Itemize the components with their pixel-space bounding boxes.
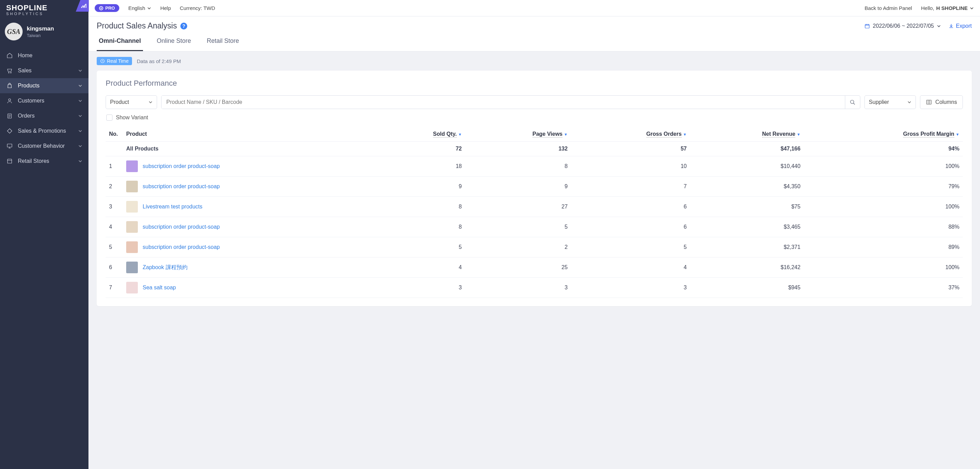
sidebar-item-customers[interactable]: Customers (0, 93, 89, 108)
chevron-down-icon (78, 159, 82, 163)
svg-rect-1 (83, 5, 84, 8)
sidebar-item-orders[interactable]: Orders (0, 108, 89, 123)
total-label: All Products (123, 141, 375, 156)
help-icon[interactable]: ? (180, 22, 187, 30)
language-label: English (128, 5, 145, 11)
row-sold-qty: 8 (375, 217, 465, 237)
row-net-revenue: $10,440 (690, 156, 804, 176)
sidebar-item-retail[interactable]: Retail Stores (0, 154, 89, 169)
row-product: subscription order product-soap (123, 156, 375, 176)
col-margin[interactable]: Gross Profit Margin▼ (804, 127, 963, 141)
row-page-views: 27 (465, 197, 571, 217)
total-gross-orders: 57 (571, 141, 690, 156)
product-link[interactable]: Sea salt soap (143, 285, 176, 291)
user-menu[interactable]: Hello, H SHOPLINE (921, 5, 974, 11)
product-link[interactable]: subscription order product-soap (143, 163, 220, 169)
product-thumbnail (126, 221, 138, 233)
sort-desc-icon: ▼ (956, 132, 959, 137)
tab-omni-channel[interactable]: Omni-Channel (97, 33, 143, 51)
sidebar-item-label: Orders (18, 113, 35, 119)
product-link[interactable]: Livestream test products (143, 203, 202, 210)
sort-desc-icon: ▼ (797, 132, 800, 137)
row-no: 6 (106, 258, 123, 278)
sort-desc-icon: ▼ (458, 132, 462, 137)
row-no: 3 (106, 197, 123, 217)
row-net-revenue: $945 (690, 278, 804, 298)
cart-icon (6, 67, 13, 74)
tenant-block[interactable]: GSA kingsman Taiwan (0, 19, 89, 47)
pro-badge[interactable]: PRO (95, 4, 119, 12)
supplier-select[interactable]: Supplier (864, 95, 916, 109)
row-page-views: 8 (465, 156, 571, 176)
show-variant-row: Show Variant (106, 114, 963, 121)
columns-label: Columns (935, 99, 957, 105)
help-link[interactable]: Help (160, 5, 171, 11)
filter-type-select[interactable]: Product (106, 95, 157, 109)
sidebar-item-sales[interactable]: Sales (0, 63, 89, 78)
chevron-down-icon (78, 114, 82, 118)
export-button[interactable]: Export (948, 23, 972, 29)
row-gross-orders: 6 (571, 197, 690, 217)
row-no: 5 (106, 237, 123, 258)
back-to-admin-link[interactable]: Back to Admin Panel (865, 5, 912, 11)
user-icon (6, 97, 13, 104)
svg-point-6 (9, 99, 11, 101)
svg-point-4 (9, 72, 9, 73)
sidebar: SHOPLINE SHOPLYTICS GSA kingsman Taiwan … (0, 0, 89, 469)
brand-name: SHOPLINE (6, 3, 82, 12)
chevron-down-icon (78, 129, 82, 133)
show-variant-checkbox[interactable] (106, 114, 113, 121)
realtime-badge: Real Time (97, 57, 132, 65)
search-group (161, 95, 860, 109)
page-title-text: Product Sales Analysis (97, 21, 177, 30)
row-product: Sea salt soap (123, 278, 375, 298)
columns-icon (926, 99, 932, 105)
search-icon (850, 99, 856, 105)
row-margin: 89% (804, 237, 963, 258)
page-header: Product Sales Analysis ? 2022/06/06 ~ 20… (89, 16, 980, 51)
chevron-down-icon (78, 99, 82, 103)
col-gross-orders[interactable]: Gross Orders▼ (571, 127, 690, 141)
tag-icon (6, 127, 13, 134)
row-net-revenue: $75 (690, 197, 804, 217)
currency-label[interactable]: Currency: TWD (180, 5, 215, 11)
row-product: subscription order product-soap (123, 217, 375, 237)
product-link[interactable]: subscription order product-soap (143, 224, 220, 230)
sidebar-item-promotions[interactable]: Sales & Promotions (0, 123, 89, 138)
row-margin: 100% (804, 156, 963, 176)
sidebar-item-home[interactable]: Home (0, 48, 89, 63)
table-row: 1subscription order product-soap18810$10… (106, 156, 963, 176)
row-sold-qty: 18 (375, 156, 465, 176)
row-sold-qty: 4 (375, 258, 465, 278)
clipboard-icon (6, 113, 13, 119)
columns-button[interactable]: Columns (920, 95, 963, 109)
sidebar-item-products[interactable]: Products (0, 78, 89, 93)
product-link[interactable]: subscription order product-soap (143, 244, 220, 250)
date-range-text: 2022/06/06 ~ 2022/07/05 (873, 23, 934, 29)
row-page-views: 3 (465, 278, 571, 298)
export-label: Export (956, 23, 972, 29)
product-link[interactable]: subscription order product-soap (143, 183, 220, 189)
svg-rect-2 (84, 5, 85, 8)
data-as-of: Data as of 2:49 PM (137, 58, 181, 64)
row-no: 1 (106, 156, 123, 176)
supplier-value: Supplier (869, 99, 889, 105)
bag-icon (6, 82, 13, 89)
search-button[interactable] (845, 95, 860, 109)
col-page-views[interactable]: Page Views▼ (465, 127, 571, 141)
col-net-revenue[interactable]: Net Revenue▼ (690, 127, 804, 141)
total-net-revenue: $47,166 (690, 141, 804, 156)
row-page-views: 9 (465, 176, 571, 197)
tab-retail-store[interactable]: Retail Store (205, 33, 241, 51)
row-gross-orders: 10 (571, 156, 690, 176)
language-selector[interactable]: English (128, 5, 151, 11)
tenant-avatar: GSA (5, 22, 22, 40)
product-link[interactable]: Zapbook 課程預約 (143, 264, 188, 271)
date-range-picker[interactable]: 2022/06/06 ~ 2022/07/05 (864, 23, 940, 29)
tab-online-store[interactable]: Online Store (154, 33, 193, 51)
search-input[interactable] (162, 95, 845, 109)
col-sold-qty[interactable]: Sold Qty.▼ (375, 127, 465, 141)
sidebar-item-behavior[interactable]: Customer Behavior (0, 138, 89, 154)
row-margin: 100% (804, 197, 963, 217)
tenant-name: kingsman (27, 25, 54, 32)
